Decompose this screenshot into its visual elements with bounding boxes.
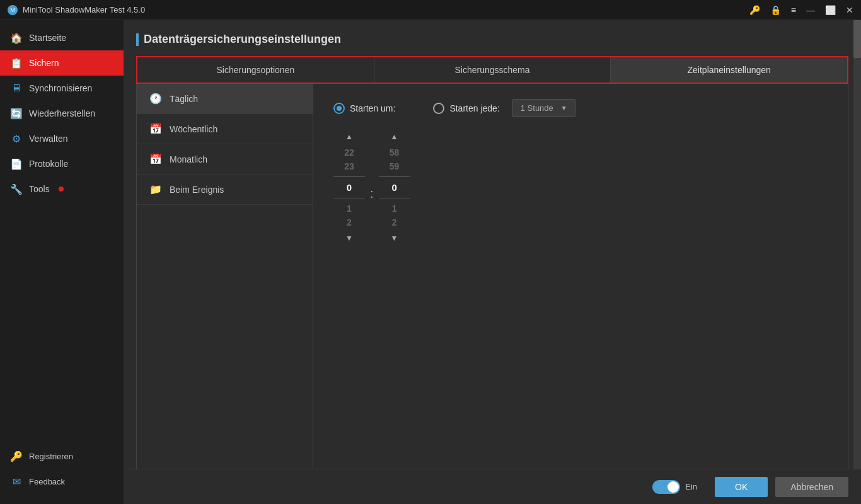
titlebar-left: M MiniTool ShadowMaker Test 4.5.0 [8, 5, 145, 15]
minutes-column: ▲ 58 59 0 1 2 ▼ [379, 130, 410, 245]
sidebar-item-wiederherstellen[interactable]: 🔄 Wiederherstellen [0, 101, 124, 126]
schedule-label-beim-ereignis: Beim Ereignis [170, 185, 224, 195]
cancel-button[interactable]: Abbrechen [775, 477, 848, 497]
sidebar-label-protokolle: Protokolle [29, 159, 68, 169]
minutes-divider-bottom [379, 198, 410, 198]
min-prev1: 58 [390, 147, 400, 158]
hour-next1: 1 [347, 203, 352, 214]
home-icon: 🏠 [10, 32, 23, 44]
logs-icon: 📄 [10, 158, 23, 170]
tabs-container: Sicherungsoptionen Sicherungsschema Zeit… [136, 56, 848, 84]
sidebar-item-synchronisieren[interactable]: 🖥 Synchronisieren [0, 76, 124, 101]
tab-zeitplaneinstellungen[interactable]: Zeitplaneinstellungen [611, 57, 847, 83]
toggle-label: Ein [685, 482, 697, 491]
toggle-thumb [667, 481, 679, 493]
sidebar-bottom: 🔑 Registrieren ✉ Feedback [0, 444, 124, 504]
app-title: MiniTool ShadowMaker Test 4.5.0 [23, 5, 145, 14]
schedule-option-monatlich[interactable]: 📅 Monatlich [137, 144, 313, 175]
sidebar-item-sichern[interactable]: 📋 Sichern [0, 50, 124, 76]
app-layout: 🏠 Startseite 📋 Sichern 🖥 Synchronisieren… [0, 20, 861, 504]
backup-icon: 📋 [10, 57, 23, 69]
tools-notification-dot [59, 186, 64, 192]
schedule-time-panel: Starten um: Starten jede: 1 Stunde ▼ [313, 84, 848, 491]
radio-start-every[interactable]: Starten jede: 1 Stunde ▼ [433, 99, 575, 117]
sidebar-label-wiederherstellen: Wiederherstellen [29, 108, 95, 118]
calendar-monthly-icon: 📅 [149, 153, 162, 165]
chevron-down-icon: ▼ [561, 105, 567, 112]
radio-start-every-circle [433, 103, 444, 114]
hours-down-arrow[interactable]: ▼ [343, 231, 355, 245]
sidebar-label-registrieren: Registrieren [29, 452, 73, 461]
tools-icon: 🔧 [10, 183, 23, 195]
scroll-thumb[interactable] [853, 20, 861, 58]
min-next1: 1 [392, 203, 397, 214]
sidebar-label-verwalten: Verwalten [29, 134, 67, 144]
hour-prev1: 22 [344, 147, 354, 158]
tab-sicherungsschema[interactable]: Sicherungsschema [374, 57, 611, 83]
radio-start-at[interactable]: Starten um: [333, 103, 395, 114]
hours-divider-bottom [333, 198, 365, 198]
hour-prev2: 23 [344, 161, 354, 171]
ok-button[interactable]: OK [715, 477, 768, 497]
schedule-label-monatlich: Monatlich [170, 154, 207, 164]
titlebar-controls: 🔑 🔒 ≡ — ⬜ ✕ [749, 5, 853, 15]
hours-column: ▲ 22 23 0 1 2 ▼ [333, 130, 365, 245]
titlebar: M MiniTool ShadowMaker Test 4.5.0 🔑 🔒 ≡ … [0, 0, 861, 20]
hours-divider-top [333, 176, 365, 177]
enable-toggle[interactable] [652, 480, 680, 494]
schedule-option-woechentlich[interactable]: 📅 Wöchentlich [137, 114, 313, 144]
calendar-weekly-icon: 📅 [149, 123, 162, 135]
sidebar-item-protokolle[interactable]: 📄 Protokolle [0, 151, 124, 176]
minutes-down-arrow[interactable]: ▼ [388, 231, 401, 245]
page-title-container: Datenträgersicherungseinstellungen [136, 33, 848, 46]
schedule-options-panel: 🕐 Täglich 📅 Wöchentlich 📅 Monatlich 📁 Be… [137, 84, 313, 491]
manage-icon: ⚙ [10, 132, 23, 145]
radio-row: Starten um: Starten jede: 1 Stunde ▼ [333, 99, 828, 117]
sidebar-item-registrieren[interactable]: 🔑 Registrieren [0, 444, 124, 469]
sidebar-item-startseite[interactable]: 🏠 Startseite [0, 25, 124, 50]
sidebar-item-tools[interactable]: 🔧 Tools [0, 176, 124, 202]
menu-icon[interactable]: ≡ [791, 5, 796, 15]
schedule-option-beim-ereignis[interactable]: 📁 Beim Ereignis [137, 175, 313, 205]
sidebar-label-feedback: Feedback [29, 477, 65, 486]
radio-start-at-circle [333, 103, 345, 114]
scrollbar[interactable] [853, 20, 861, 504]
interval-dropdown[interactable]: 1 Stunde ▼ [512, 99, 575, 117]
sidebar-label-sichern: Sichern [29, 58, 59, 68]
lock-icon[interactable]: 🔒 [770, 5, 781, 15]
main-content: Datenträgersicherungseinstellungen Siche… [124, 20, 861, 504]
hours-up-arrow[interactable]: ▲ [343, 130, 355, 144]
radio-start-every-label: Starten jede: [449, 103, 499, 113]
sidebar-item-verwalten[interactable]: ⚙ Verwalten [0, 126, 124, 151]
min-next2: 2 [392, 217, 397, 227]
sync-icon: 🖥 [10, 82, 23, 94]
register-icon: 🔑 [10, 450, 23, 462]
sidebar-item-feedback[interactable]: ✉ Feedback [0, 469, 124, 494]
minutes-current: 0 [391, 182, 396, 193]
page-title-accent [136, 33, 139, 46]
minutes-divider-top [379, 176, 410, 177]
clock-icon: 🕐 [149, 93, 162, 105]
time-separator: : [370, 174, 374, 201]
hour-next2: 2 [347, 217, 352, 227]
min-prev2: 59 [390, 161, 400, 171]
toggle-container: Ein [652, 480, 697, 494]
sidebar-label-synchronisieren: Synchronisieren [29, 83, 92, 93]
bottom-bar: Ein OK Abbrechen [124, 469, 861, 504]
close-button[interactable]: ✕ [846, 5, 853, 15]
event-icon: 📁 [149, 183, 162, 195]
sidebar: 🏠 Startseite 📋 Sichern 🖥 Synchronisieren… [0, 20, 124, 504]
restore-icon: 🔄 [10, 107, 23, 120]
schedule-label-taeglich: Täglich [170, 94, 198, 104]
key-icon[interactable]: 🔑 [749, 5, 760, 15]
minimize-button[interactable]: — [806, 5, 815, 15]
sidebar-label-startseite: Startseite [29, 33, 66, 43]
tab-sicherungsoptionen[interactable]: Sicherungsoptionen [137, 57, 374, 83]
restore-button[interactable]: ⬜ [825, 5, 836, 15]
time-picker: ▲ 22 23 0 1 2 ▼ : ▲ 58 [333, 130, 828, 245]
interval-value: 1 Stunde [521, 103, 553, 113]
schedule-label-woechentlich: Wöchentlich [170, 124, 217, 134]
settings-body: 🕐 Täglich 📅 Wöchentlich 📅 Monatlich 📁 Be… [136, 84, 848, 491]
minutes-up-arrow[interactable]: ▲ [388, 130, 401, 144]
schedule-option-taeglich[interactable]: 🕐 Täglich [137, 84, 313, 114]
